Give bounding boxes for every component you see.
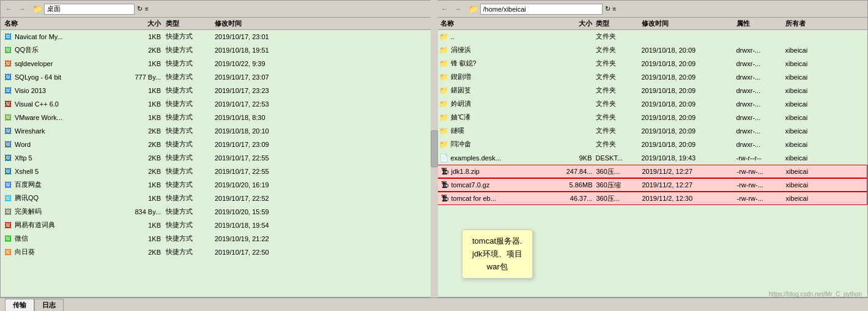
file-type: 快捷方式 [166,86,215,95]
left-file-row[interactable]: 🖼 Navicat for My... 1KB 快捷方式 2019/10/17,… [1,30,432,43]
right-toolbar: ← → 📁 ↻ ≡ [437,1,868,18]
file-name: 腾讯QQ [15,193,39,203]
right-file-row[interactable]: 📁 .. 文件夹 [437,30,868,43]
left-file-row[interactable]: 🖼 微信 1KB 快捷方式 2019/10/19, 21:22 [1,232,432,245]
file-size: 1KB [117,114,166,121]
file-owner: xibeicai [785,87,834,94]
left-file-row[interactable]: 🖼 Wireshark 2KB 快捷方式 2019/10/18, 20:10 [1,124,432,138]
left-col-modified: 修改时间 [215,19,306,28]
file-icon: 🖼 [3,113,13,122]
left-file-row[interactable]: 🖼 腾讯QQ 1KB 快捷方式 2019/10/17, 22:52 [1,192,432,205]
file-type: 快捷方式 [166,126,215,135]
file-type: 文件夹 [596,126,642,135]
file-type: 快捷方式 [166,59,215,68]
right-back-btn[interactable]: ← [439,4,450,15]
file-modified: 2019/10/18, 20:09 [642,141,736,148]
folder-icon: 📁 [439,140,449,149]
left-col-type: 类型 [166,19,215,28]
left-file-row[interactable]: 🖼 百度网盘 1KB 快捷方式 2019/10/20, 16:19 [1,178,432,192]
file-name: tomcat7.0.gz [451,181,490,189]
right-file-row[interactable]: 📁 妗岄潰 文件夹 2019/10/18, 20:09 drwxr-... xi… [437,97,868,111]
zip-icon: 🗜 [440,167,450,176]
file-name: .. [451,33,454,40]
left-path-input[interactable] [44,4,135,15]
file-size: 2KB [117,154,166,162]
left-file-row[interactable]: 🖼 Visio 2013 1KB 快捷方式 2019/10/17, 23:23 [1,84,432,97]
file-modified: 2019/11/2, 12:27 [642,181,737,189]
file-type: 快捷方式 [166,207,215,216]
file-modified: 2019/10/19, 21:22 [215,235,306,242]
right-col-owner: 所有者 [785,19,834,28]
left-file-row[interactable]: 🖼 Xftp 5 2KB 快捷方式 2019/10/17, 22:55 [1,151,432,165]
right-file-row[interactable]: 📁 妯℃潻 文件夹 2019/10/18, 20:09 drwxr-... xi… [437,111,868,124]
file-name: sqldeveloper [15,60,53,67]
file-perms: drwxr-... [736,60,785,67]
file-icon: 🖼 [3,99,13,109]
file-owner: xibeicai [786,195,835,202]
right-file-row[interactable]: 📁 涓缦浜 文件夹 2019/10/18, 20:09 drwxr-... xi… [437,43,868,57]
file-name: 涓缦浜 [451,45,471,54]
right-file-row[interactable]: 📄 examples.desk... 9KB DESKT... 2019/10/… [437,151,868,165]
file-type: 快捷方式 [166,193,215,203]
left-file-row[interactable]: 🖼 Visual C++ 6.0 1KB 快捷方式 2019/10/17, 22… [1,97,432,111]
left-file-row[interactable]: 🖼 SQLyog - 64 bit 777 By... 快捷方式 2019/10… [1,70,432,84]
file-icon: 🖼 [3,59,13,69]
left-file-row[interactable]: 🖼 完美解码 834 By... 快捷方式 2019/10/20, 15:59 [1,205,432,219]
file-type: 文件夹 [596,72,642,81]
file-icon: 🖼 [3,193,13,203]
file-modified: 2019/10/17, 23:23 [215,87,306,94]
left-file-row[interactable]: 🖼 sqldeveloper 1KB 快捷方式 2019/10/22, 9:39 [1,57,432,70]
file-modified: 2019/10/18, 19:43 [642,154,736,162]
file-modified: 2019/10/22, 9:39 [215,60,306,67]
right-file-row[interactable]: 🗜 jdk1.8.zip 247.84... 360压... 2019/11/2… [437,165,868,178]
left-file-row[interactable]: 🖼 Word 2KB 快捷方式 2019/10/17, 23:09 [1,138,432,151]
left-file-row[interactable]: 🖼 向日葵 2KB 快捷方式 2019/10/17, 22:50 [1,245,432,259]
right-file-row[interactable]: 📁 鍥剧増 文件夹 2019/10/18, 20:09 drwxr-... xi… [437,70,868,84]
right-forward-btn[interactable]: → [453,4,464,15]
file-owner: xibeicai [785,100,834,108]
right-refresh-btn[interactable]: ↻ [605,5,610,13]
file-type: 快捷方式 [166,220,215,230]
file-perms: -rw-r--r-- [736,154,785,162]
file-name: Visio 2013 [15,87,46,94]
file-size: 247.84... [551,168,596,175]
right-file-row[interactable]: 🗜 tomcat7.0.gz 5.86MB 360压缩 2019/11/2, 1… [437,178,868,192]
file-name: examples.desk... [451,154,502,162]
left-forward-btn[interactable]: → [17,4,28,15]
file-perms: drwxr-... [736,73,785,81]
left-file-row[interactable]: 🖼 网易有道词典 1KB 快捷方式 2019/10/18, 19:54 [1,219,432,232]
file-size: 1KB [117,60,166,67]
right-file-row[interactable]: 📁 鍖囦笅 文件夹 2019/10/18, 20:09 drwxr-... xi… [437,84,868,97]
transfer-tab[interactable]: 传输 [5,299,34,311]
right-path-input[interactable] [480,4,603,15]
file-owner: xibeicai [785,60,834,67]
folder-icon: 📁 [439,99,449,109]
file-modified: 2019/10/18, 20:09 [642,127,736,135]
left-file-row[interactable]: 🖼 Xshell 5 2KB 快捷方式 2019/10/17, 22:55 [1,165,432,178]
file-size: 9KB [550,154,596,162]
file-modified: 2019/10/18, 20:09 [642,100,736,108]
left-file-row[interactable]: 🖼 VMware Work... 1KB 快捷方式 2019/10/18, 8:… [1,111,432,124]
file-type: 文件夹 [596,140,642,149]
right-menu-btn[interactable]: ≡ [613,6,617,12]
left-refresh-btn[interactable]: ↻ [137,5,143,13]
file-size: 2KB [117,127,166,135]
file-type: 快捷方式 [166,45,215,54]
left-back-btn[interactable]: ← [3,4,14,15]
file-type: 文件夹 [596,45,642,54]
left-menu-btn[interactable]: ≡ [145,6,149,12]
file-owner: xibeicai [786,181,835,189]
left-file-row[interactable]: 🖼 QQ音乐 2KB 快捷方式 2019/10/18, 19:51 [1,43,432,57]
right-file-row[interactable]: 📁 鐩嗘 文件夹 2019/10/18, 20:09 drwxr-... xib… [437,124,868,138]
file-icon: 🖼 [3,207,13,217]
right-file-row[interactable]: 📁 閰冲畬 文件夹 2019/10/18, 20:09 drwxr-... xi… [437,138,868,151]
right-file-row[interactable]: 🗜 tomcat for eb... 46.37... 360压... 2019… [437,192,868,205]
file-size: 5.86MB [551,181,596,189]
file-type: 360压... [596,167,642,176]
file-name: VMware Work... [15,114,62,121]
right-file-row[interactable]: 📁 锋 叡鐚? 文件夹 2019/10/18, 20:09 drwxr-... … [437,57,868,70]
file-size: 1KB [117,235,166,242]
file-icon: 🖼 [3,45,13,55]
file-modified: 2019/10/20, 16:19 [215,181,306,189]
log-tab[interactable]: 日志 [34,299,64,311]
